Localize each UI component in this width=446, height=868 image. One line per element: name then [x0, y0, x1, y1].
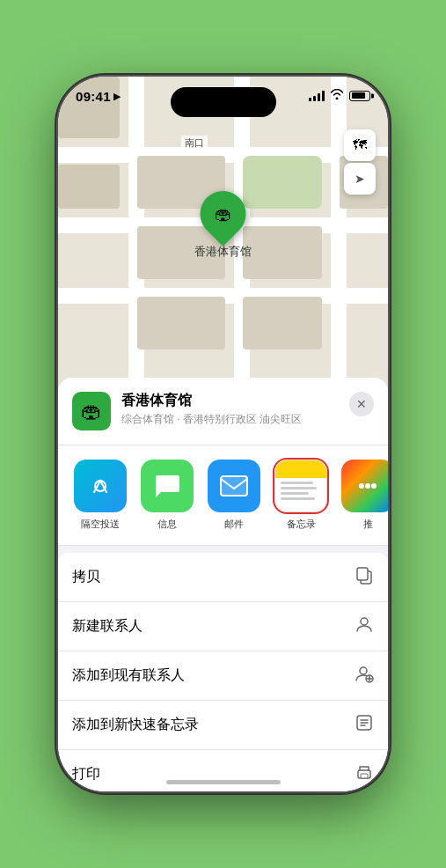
map-controls: 🗺 ➤: [344, 129, 376, 195]
status-icons: [309, 89, 370, 102]
share-row: 隔空投送 信息: [58, 445, 388, 546]
svg-rect-1: [221, 476, 247, 496]
map-pin: 🏟 香港体育馆: [194, 191, 252, 260]
quick-note-icon: [355, 713, 374, 737]
battery-icon: [349, 91, 370, 101]
wifi-icon: [330, 89, 344, 102]
venue-icon: 🏟: [72, 392, 111, 430]
action-add-existing[interactable]: 添加到现有联系人: [58, 651, 388, 701]
map-type-button[interactable]: 🗺: [344, 129, 376, 161]
notes-label: 备忘录: [287, 518, 316, 531]
message-icon: [141, 460, 194, 512]
message-label: 信息: [157, 518, 177, 531]
svg-point-3: [359, 483, 364, 489]
phone-screen: 09:41 ▶: [58, 77, 388, 791]
new-contact-icon: [355, 614, 374, 638]
svg-point-9: [360, 667, 367, 674]
share-item-message[interactable]: 信息: [139, 460, 195, 531]
action-new-contact[interactable]: 新建联系人: [58, 602, 388, 651]
svg-rect-18: [361, 774, 368, 778]
phone-frame: 09:41 ▶: [58, 77, 388, 791]
more-icon: [341, 460, 388, 512]
svg-rect-7: [357, 568, 368, 580]
signal-bars-icon: [309, 91, 325, 101]
print-icon: [355, 762, 374, 786]
action-list: 拷贝 新建联系人: [58, 553, 388, 791]
location-name: 香港体育馆: [121, 392, 339, 410]
svg-point-4: [365, 483, 370, 489]
map-area: 南口 🏟 香港体育馆 🗺 ➤: [58, 77, 388, 411]
svg-point-5: [371, 483, 377, 489]
location-info: 香港体育馆 综合体育馆 · 香港特别行政区 油尖旺区: [121, 392, 339, 427]
airdrop-icon: [74, 460, 127, 512]
dynamic-island: [171, 87, 276, 117]
stadium-icon: 🏟: [81, 399, 102, 423]
location-button[interactable]: ➤: [344, 163, 376, 195]
svg-point-8: [361, 618, 368, 625]
map-road-label: 南口: [181, 136, 208, 151]
add-existing-label: 添加到现有联系人: [72, 666, 185, 685]
location-arrow-icon: ▶: [113, 91, 121, 102]
add-existing-icon: [355, 664, 374, 688]
action-print[interactable]: 打印: [58, 750, 388, 791]
location-subtitle: 综合体育馆 · 香港特别行政区 油尖旺区: [121, 412, 339, 427]
action-copy[interactable]: 拷贝: [58, 553, 388, 602]
share-item-mail[interactable]: 邮件: [206, 460, 262, 531]
status-time: 09:41: [76, 89, 111, 104]
map-type-icon: 🗺: [353, 137, 367, 153]
copy-label: 拷贝: [72, 568, 100, 586]
mail-icon: [208, 460, 260, 512]
action-quick-note[interactable]: 添加到新快速备忘录: [58, 701, 388, 750]
print-label: 打印: [72, 765, 100, 783]
quick-note-label: 添加到新快速备忘录: [72, 716, 199, 734]
close-icon: ✕: [356, 397, 367, 411]
location-header: 🏟 香港体育馆 综合体育馆 · 香港特别行政区 油尖旺区 ✕: [58, 378, 388, 445]
bottom-sheet: 🏟 香港体育馆 综合体育馆 · 香港特别行政区 油尖旺区 ✕: [58, 378, 388, 791]
share-item-notes[interactable]: 备忘录: [273, 460, 329, 531]
share-item-more[interactable]: 推: [340, 460, 388, 531]
notes-icon: [274, 460, 327, 512]
home-indicator: [166, 780, 281, 784]
more-label: 推: [363, 518, 373, 531]
airdrop-label: 隔空投送: [81, 518, 120, 531]
share-item-airdrop[interactable]: 隔空投送: [72, 460, 128, 531]
location-icon: ➤: [355, 172, 365, 186]
copy-icon: [355, 565, 374, 589]
mail-label: 邮件: [224, 518, 244, 531]
close-button[interactable]: ✕: [349, 392, 374, 416]
new-contact-label: 新建联系人: [72, 617, 143, 636]
